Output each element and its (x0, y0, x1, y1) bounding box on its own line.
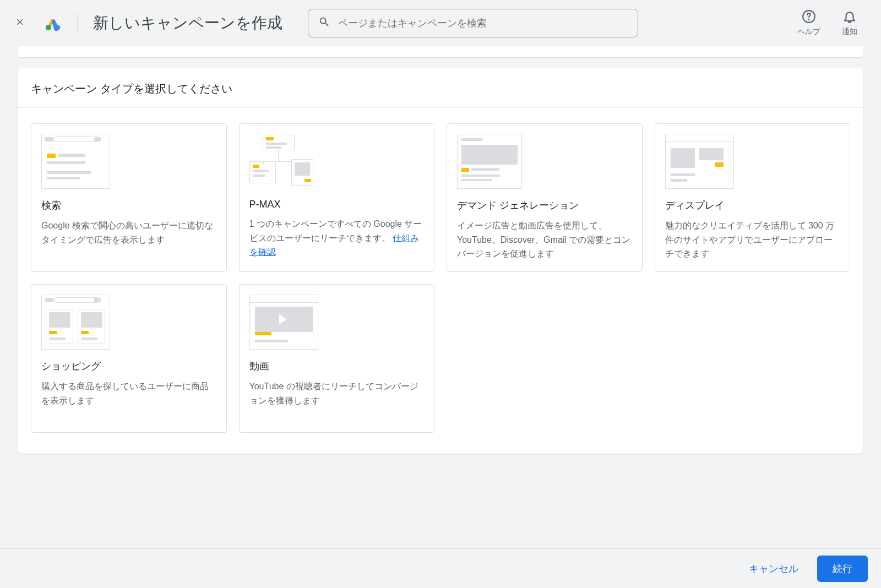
vertical-divider (77, 13, 78, 33)
close-icon (15, 17, 25, 29)
search-thumb-icon (41, 134, 110, 189)
card-title: P-MAX (249, 199, 425, 210)
card-desc: Google 検索で関心の高いユーザーに適切なタイミングで広告を表示します (41, 219, 216, 247)
card-title: 検索 (41, 199, 216, 212)
option-shopping[interactable]: ショッピング 購入する商品を探しているユーザーに商品を表示します (31, 284, 227, 433)
card-title: ショッピング (41, 360, 216, 373)
card-desc: 購入する商品を探しているユーザーに商品を表示します (41, 379, 216, 407)
help-button[interactable]: ヘルプ (795, 9, 823, 37)
video-thumb-icon (249, 295, 318, 350)
search-input[interactable] (338, 18, 628, 29)
card-desc: 魅力的なクリエイティブを活用して 300 万件のサイトやアプリでユーザーにアプロ… (665, 219, 840, 261)
card-title: 動画 (249, 360, 425, 373)
option-display[interactable]: ディスプレイ 魅力的なクリエイティブを活用して 300 万件のサイトやアプリでユ… (655, 123, 851, 272)
notifications-label: 通知 (842, 27, 857, 37)
option-demand-gen[interactable]: デマンド ジェネレーション イメージ広告と動画広告を使用して、YouTube、D… (447, 123, 643, 272)
card-desc: YouTube の視聴者にリーチしてコンバージョンを獲得します (249, 379, 425, 407)
pmax-thumb-icon (249, 134, 318, 189)
search-icon (318, 16, 338, 30)
demand-thumb-icon (457, 134, 526, 189)
card-title: ディスプレイ (665, 199, 840, 212)
help-label: ヘルプ (797, 27, 820, 37)
campaign-type-card: キャンペーン タイプを選択してください 検索 Google 検索で関心の高いユー… (18, 68, 863, 454)
help-icon (802, 9, 816, 26)
card-title: デマンド ジェネレーション (457, 199, 632, 212)
svg-point-0 (46, 25, 51, 30)
option-search[interactable]: 検索 Google 検索で関心の高いユーザーに適切なタイミングで広告を表示します (31, 123, 227, 272)
svg-point-3 (808, 19, 809, 20)
cancel-button[interactable]: キャンセル (740, 557, 807, 581)
continue-button[interactable]: 続行 (817, 556, 868, 582)
option-video[interactable]: 動画 YouTube の視聴者にリーチしてコンバージョンを獲得します (239, 284, 435, 433)
bell-icon (842, 9, 857, 26)
header-actions: ヘルプ 通知 (795, 9, 863, 37)
campaign-type-grid: 検索 Google 検索で関心の高いユーザーに適切なタイミングで広告を表示します (18, 108, 863, 454)
google-ads-logo (44, 14, 62, 32)
display-thumb-icon (665, 134, 734, 189)
footer-bar: キャンセル 続行 (0, 548, 881, 588)
card-desc: イメージ広告と動画広告を使用して、YouTube、Discover、Gmail … (457, 219, 632, 261)
card-desc: 1 つのキャンペーンですべての Google サービスのユーザーにリーチできます… (249, 217, 425, 259)
previous-card-edge (18, 46, 863, 57)
search-box[interactable] (308, 9, 638, 37)
page-title: 新しいキャンペーンを作成 (93, 13, 282, 34)
app-header: 新しいキャンペーンを作成 ヘルプ 通知 (0, 0, 881, 46)
notifications-button[interactable]: 通知 (836, 9, 863, 37)
close-button[interactable] (9, 12, 31, 34)
option-pmax[interactable]: P-MAX 1 つのキャンペーンですべての Google サービスのユーザーにリ… (239, 123, 435, 272)
section-title: キャンペーン タイプを選択してください (18, 68, 863, 108)
shopping-thumb-icon (41, 295, 110, 350)
svg-point-1 (55, 25, 60, 30)
